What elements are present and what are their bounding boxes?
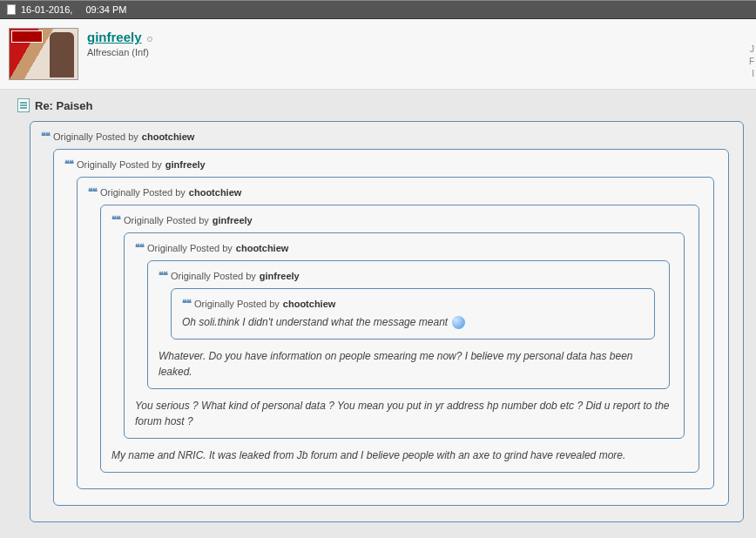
quote-attribution: ❝❝ Originally Posted by chootchiew (135, 242, 673, 253)
user-title: Alfrescian (Inf) (87, 46, 152, 59)
page-icon (7, 4, 16, 15)
quote-attribution: ❝❝ Originally Posted by chootchiew (41, 131, 732, 142)
quote-icon: ❝❝ (111, 214, 120, 225)
quote-attribution: ❝❝ Originally Posted by ginfreely (159, 270, 658, 281)
quote-icon: ❝❝ (64, 158, 73, 170)
post-date: 16-01-2016, (21, 4, 72, 15)
quote-attribution: ❝❝ Originally Posted by chootchiew (182, 298, 644, 309)
username-link[interactable]: ginfreely (87, 30, 142, 44)
quote-block: ❝❝ Originally Posted by chootchiew ❝❝ Or… (30, 121, 744, 522)
post-title-row: Re: Paiseh (17, 98, 747, 112)
quote-text: Oh soli.think I didn't understand what t… (182, 314, 644, 330)
right-edge-text: JFI (749, 44, 754, 80)
quote-block: ❝❝ Originally Posted by ginfreely ❝❝ Ori… (100, 205, 699, 473)
quote-text: You serious ? What kind of personal data… (135, 398, 673, 429)
quote-block: ❝❝ Originally Posted by chootchiew ❝❝ Or… (124, 232, 685, 439)
quote-text: Whatever. Do you have information on peo… (159, 348, 658, 380)
quote-icon: ❝❝ (159, 270, 167, 281)
quote-block: ❝❝ Originally Posted by chootchiew Oh so… (171, 288, 655, 340)
post-header: 16-01-2016, 09:34 PM (0, 0, 756, 19)
quote-icon: ❝❝ (41, 131, 50, 142)
quote-block: ❝❝ Originally Posted by ginfreely ❝❝ Ori… (147, 260, 670, 389)
post-time: 09:34 PM (85, 4, 126, 15)
user-info-panel: ginfreely Alfrescian (Inf) JFI (0, 19, 756, 90)
quote-attribution: ❝❝ Originally Posted by ginfreely (64, 158, 718, 170)
quote-block: ❝❝ Originally Posted by chootchiew ❝❝ Or… (77, 177, 714, 489)
avatar[interactable] (9, 28, 78, 80)
quote-icon: ❝❝ (135, 242, 144, 253)
laughing-emoji-icon (452, 316, 465, 329)
post-title-icon (17, 98, 30, 112)
quote-attribution: ❝❝ Originally Posted by chootchiew (88, 186, 703, 198)
post-title: Re: Paiseh (35, 99, 92, 112)
quote-attribution: ❝❝ Originally Posted by ginfreely (111, 214, 688, 225)
online-status-icon (147, 37, 152, 42)
quote-icon: ❝❝ (182, 298, 191, 309)
quote-text: My name and NRIC. It was leaked from Jb … (111, 447, 688, 463)
quote-block: ❝❝ Originally Posted by ginfreely ❝❝ Ori… (53, 149, 729, 506)
quote-icon: ❝❝ (88, 186, 97, 198)
